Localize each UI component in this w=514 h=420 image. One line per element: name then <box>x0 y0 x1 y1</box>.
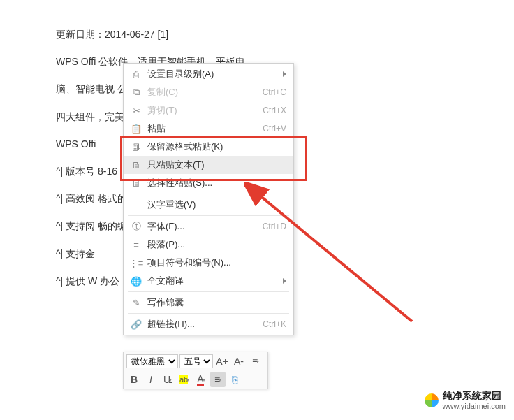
context-menu: ⎙ 设置目录级别(A) ⧉ 复制(C) Ctrl+C ✂ 剪切(T) Ctrl+… <box>123 63 294 335</box>
font-name-select[interactable]: 微软雅黑 <box>126 354 178 368</box>
cut-icon: ✂ <box>129 106 143 116</box>
highlight-button[interactable]: ab▾ <box>177 372 192 387</box>
menu-separator <box>128 215 289 216</box>
watermark-logo-icon <box>425 393 439 407</box>
menu-font[interactable]: ⓣ 字体(F)... Ctrl+D <box>124 217 293 236</box>
font-icon: ⓣ <box>129 220 143 233</box>
menu-hanzi-reselect[interactable]: 汉字重选(V) <box>124 196 293 214</box>
menu-bullets-numbering[interactable]: ⋮≡ 项目符号和编号(N)... <box>124 254 293 272</box>
link-icon: 🔗 <box>129 319 143 330</box>
paste-special-icon: 🗏 <box>129 178 143 189</box>
menu-separator <box>128 313 289 314</box>
menu-paste-text-only[interactable]: 🗎 只粘贴文本(T) <box>124 156 293 174</box>
italic-button[interactable]: I <box>143 372 159 387</box>
menu-cut[interactable]: ✂ 剪切(T) Ctrl+X <box>124 101 293 120</box>
writing-icon: ✎ <box>129 298 143 308</box>
menu-translate-all[interactable]: 🌐 全文翻译 <box>124 272 293 290</box>
paste-icon: 📋 <box>129 124 143 134</box>
watermark-url: www.yidaimei.com <box>443 402 506 410</box>
watermark-title: 纯净系统家园 <box>443 390 506 403</box>
line-spacing-button[interactable]: ≡▾ <box>248 354 263 369</box>
menu-hyperlink[interactable]: 🔗 超链接(H)... Ctrl+K <box>124 315 293 333</box>
menu-paste-keep-source[interactable]: 🗐 保留源格式粘贴(K) <box>124 138 293 156</box>
grow-font-button[interactable]: A+ <box>214 354 230 369</box>
menu-set-toc-level[interactable]: ⎙ 设置目录级别(A) <box>124 65 293 83</box>
align-button[interactable]: ≡▾ <box>210 372 226 387</box>
list-icon: ⋮≡ <box>129 258 143 268</box>
font-size-select[interactable]: 五号 <box>179 354 213 368</box>
menu-copy[interactable]: ⧉ 复制(C) Ctrl+C <box>124 83 293 101</box>
font-color-button[interactable]: A▾ <box>193 372 209 387</box>
menu-paste-special[interactable]: 🗏 选择性粘贴(S)... <box>124 174 293 192</box>
doc-line: 更新日期：2014-06-27 [1] <box>56 21 493 48</box>
underline-button[interactable]: U▾ <box>160 372 175 387</box>
mini-toolbar: 微软雅黑 五号 A+ A- ≡▾ B I U▾ ab▾ A▾ ≡▾ ⎘ <box>123 352 268 389</box>
menu-writing-kit[interactable]: ✎ 写作锦囊 <box>124 294 293 312</box>
menu-paragraph[interactable]: ≡ 段落(P)... <box>124 236 293 254</box>
menu-paste[interactable]: 📋 粘贴 Ctrl+V <box>124 120 293 138</box>
menu-separator <box>128 291 289 292</box>
paste-keep-icon: 🗐 <box>129 142 143 152</box>
toc-icon: ⎙ <box>129 69 143 80</box>
bold-button[interactable]: B <box>126 372 142 387</box>
watermark: 纯净系统家园 www.yidaimei.com <box>425 390 506 410</box>
format-painter-button[interactable]: ⎘ <box>227 372 242 387</box>
shrink-font-button[interactable]: A- <box>231 354 247 369</box>
paragraph-icon: ≡ <box>129 240 143 250</box>
paste-text-icon: 🗎 <box>129 160 143 171</box>
menu-separator <box>128 194 289 194</box>
translate-icon: 🌐 <box>129 276 143 287</box>
copy-icon: ⧉ <box>129 87 143 98</box>
